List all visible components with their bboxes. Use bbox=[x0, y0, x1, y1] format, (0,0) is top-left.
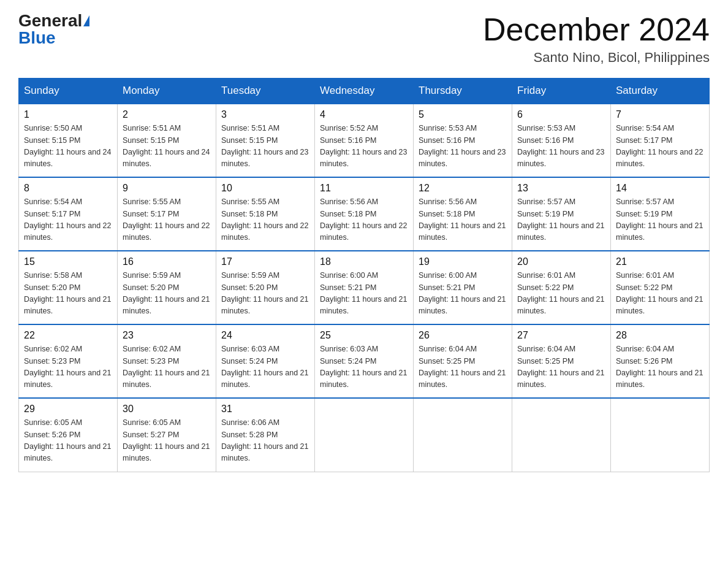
calendar-week-row: 1Sunrise: 5:50 AMSunset: 5:15 PMDaylight… bbox=[19, 104, 710, 177]
location-title: Santo Nino, Bicol, Philippines bbox=[483, 50, 710, 66]
day-number: 23 bbox=[123, 330, 211, 341]
day-number: 27 bbox=[517, 330, 605, 341]
day-number: 4 bbox=[320, 109, 408, 120]
day-info: Sunrise: 6:04 AMSunset: 5:25 PMDaylight:… bbox=[419, 343, 507, 391]
calendar-cell: 29Sunrise: 6:05 AMSunset: 5:26 PMDayligh… bbox=[19, 398, 118, 472]
calendar-cell: 6Sunrise: 5:53 AMSunset: 5:16 PMDaylight… bbox=[512, 104, 611, 177]
day-info: Sunrise: 5:51 AMSunset: 5:15 PMDaylight:… bbox=[123, 123, 211, 170]
day-info: Sunrise: 5:56 AMSunset: 5:18 PMDaylight:… bbox=[419, 196, 507, 244]
day-number: 3 bbox=[221, 109, 309, 120]
calendar-cell: 17Sunrise: 5:59 AMSunset: 5:20 PMDayligh… bbox=[216, 251, 315, 324]
calendar-cell: 5Sunrise: 5:53 AMSunset: 5:16 PMDaylight… bbox=[414, 104, 512, 177]
day-info: Sunrise: 6:03 AMSunset: 5:24 PMDaylight:… bbox=[320, 343, 408, 391]
calendar-cell: 15Sunrise: 5:58 AMSunset: 5:20 PMDayligh… bbox=[19, 251, 118, 324]
calendar-cell: 23Sunrise: 6:02 AMSunset: 5:23 PMDayligh… bbox=[118, 324, 216, 398]
calendar-week-row: 8Sunrise: 5:54 AMSunset: 5:17 PMDaylight… bbox=[19, 177, 710, 251]
day-info: Sunrise: 5:54 AMSunset: 5:17 PMDaylight:… bbox=[616, 123, 704, 170]
day-info: Sunrise: 5:59 AMSunset: 5:20 PMDaylight:… bbox=[221, 270, 309, 318]
day-info: Sunrise: 6:03 AMSunset: 5:24 PMDaylight:… bbox=[221, 343, 309, 391]
day-number: 13 bbox=[517, 183, 605, 194]
day-info: Sunrise: 5:57 AMSunset: 5:19 PMDaylight:… bbox=[616, 196, 704, 244]
weekday-header-row: SundayMondayTuesdayWednesdayThursdayFrid… bbox=[19, 79, 710, 104]
day-info: Sunrise: 5:52 AMSunset: 5:16 PMDaylight:… bbox=[320, 123, 408, 170]
calendar-cell: 13Sunrise: 5:57 AMSunset: 5:19 PMDayligh… bbox=[512, 177, 611, 251]
day-info: Sunrise: 5:59 AMSunset: 5:20 PMDaylight:… bbox=[123, 270, 211, 318]
day-number: 8 bbox=[24, 183, 112, 194]
day-number: 7 bbox=[616, 109, 704, 120]
logo: General Blue bbox=[18, 12, 89, 47]
day-number: 6 bbox=[517, 109, 605, 120]
calendar-cell bbox=[611, 398, 710, 472]
day-number: 16 bbox=[123, 256, 211, 267]
calendar-cell: 10Sunrise: 5:55 AMSunset: 5:18 PMDayligh… bbox=[216, 177, 315, 251]
day-number: 19 bbox=[419, 256, 507, 267]
day-info: Sunrise: 5:54 AMSunset: 5:17 PMDaylight:… bbox=[24, 196, 112, 244]
calendar-cell: 12Sunrise: 5:56 AMSunset: 5:18 PMDayligh… bbox=[414, 177, 512, 251]
logo-blue-text: Blue bbox=[18, 29, 56, 47]
day-info: Sunrise: 6:01 AMSunset: 5:22 PMDaylight:… bbox=[616, 270, 704, 318]
day-info: Sunrise: 5:55 AMSunset: 5:17 PMDaylight:… bbox=[123, 196, 211, 244]
day-number: 24 bbox=[221, 330, 309, 341]
day-number: 29 bbox=[24, 404, 112, 415]
calendar-cell: 21Sunrise: 6:01 AMSunset: 5:22 PMDayligh… bbox=[611, 251, 710, 324]
weekday-header-sunday: Sunday bbox=[19, 79, 118, 104]
day-number: 30 bbox=[123, 404, 211, 415]
day-number: 2 bbox=[123, 109, 211, 120]
day-number: 14 bbox=[616, 183, 704, 194]
day-number: 28 bbox=[616, 330, 704, 341]
calendar-table: SundayMondayTuesdayWednesdayThursdayFrid… bbox=[18, 78, 710, 472]
month-title: December 2024 bbox=[483, 12, 710, 47]
logo-general-text: General bbox=[18, 12, 82, 29]
calendar-cell: 8Sunrise: 5:54 AMSunset: 5:17 PMDaylight… bbox=[19, 177, 118, 251]
calendar-cell bbox=[512, 398, 611, 472]
day-number: 10 bbox=[221, 183, 309, 194]
calendar-cell: 28Sunrise: 6:04 AMSunset: 5:26 PMDayligh… bbox=[611, 324, 710, 398]
day-info: Sunrise: 5:53 AMSunset: 5:16 PMDaylight:… bbox=[517, 123, 605, 170]
day-info: Sunrise: 6:00 AMSunset: 5:21 PMDaylight:… bbox=[320, 270, 408, 318]
day-info: Sunrise: 5:56 AMSunset: 5:18 PMDaylight:… bbox=[320, 196, 408, 244]
calendar-cell bbox=[315, 398, 414, 472]
day-number: 5 bbox=[419, 109, 507, 120]
calendar-cell: 16Sunrise: 5:59 AMSunset: 5:20 PMDayligh… bbox=[118, 251, 216, 324]
weekday-header-monday: Monday bbox=[118, 79, 216, 104]
day-info: Sunrise: 6:04 AMSunset: 5:26 PMDaylight:… bbox=[616, 343, 704, 391]
calendar-cell: 19Sunrise: 6:00 AMSunset: 5:21 PMDayligh… bbox=[414, 251, 512, 324]
day-info: Sunrise: 5:53 AMSunset: 5:16 PMDaylight:… bbox=[419, 123, 507, 170]
calendar-cell: 30Sunrise: 6:05 AMSunset: 5:27 PMDayligh… bbox=[118, 398, 216, 472]
calendar-cell: 31Sunrise: 6:06 AMSunset: 5:28 PMDayligh… bbox=[216, 398, 315, 472]
day-number: 18 bbox=[320, 256, 408, 267]
page-header: General Blue December 2024 Santo Nino, B… bbox=[18, 12, 710, 66]
day-number: 22 bbox=[24, 330, 112, 341]
weekday-header-tuesday: Tuesday bbox=[216, 79, 315, 104]
day-number: 11 bbox=[320, 183, 408, 194]
calendar-cell: 18Sunrise: 6:00 AMSunset: 5:21 PMDayligh… bbox=[315, 251, 414, 324]
day-info: Sunrise: 6:06 AMSunset: 5:28 PMDaylight:… bbox=[221, 417, 309, 465]
calendar-cell: 27Sunrise: 6:04 AMSunset: 5:25 PMDayligh… bbox=[512, 324, 611, 398]
calendar-cell: 9Sunrise: 5:55 AMSunset: 5:17 PMDaylight… bbox=[118, 177, 216, 251]
calendar-cell: 11Sunrise: 5:56 AMSunset: 5:18 PMDayligh… bbox=[315, 177, 414, 251]
day-number: 25 bbox=[320, 330, 408, 341]
calendar-week-row: 22Sunrise: 6:02 AMSunset: 5:23 PMDayligh… bbox=[19, 324, 710, 398]
day-info: Sunrise: 6:05 AMSunset: 5:26 PMDaylight:… bbox=[24, 417, 112, 465]
calendar-week-row: 29Sunrise: 6:05 AMSunset: 5:26 PMDayligh… bbox=[19, 398, 710, 472]
day-info: Sunrise: 5:57 AMSunset: 5:19 PMDaylight:… bbox=[517, 196, 605, 244]
day-info: Sunrise: 5:55 AMSunset: 5:18 PMDaylight:… bbox=[221, 196, 309, 244]
title-section: December 2024 Santo Nino, Bicol, Philipp… bbox=[483, 12, 710, 66]
day-number: 20 bbox=[517, 256, 605, 267]
day-info: Sunrise: 6:04 AMSunset: 5:25 PMDaylight:… bbox=[517, 343, 605, 391]
calendar-cell: 3Sunrise: 5:51 AMSunset: 5:15 PMDaylight… bbox=[216, 104, 315, 177]
calendar-cell: 22Sunrise: 6:02 AMSunset: 5:23 PMDayligh… bbox=[19, 324, 118, 398]
calendar-cell: 4Sunrise: 5:52 AMSunset: 5:16 PMDaylight… bbox=[315, 104, 414, 177]
day-info: Sunrise: 5:58 AMSunset: 5:20 PMDaylight:… bbox=[24, 270, 112, 318]
day-number: 21 bbox=[616, 256, 704, 267]
calendar-cell: 24Sunrise: 6:03 AMSunset: 5:24 PMDayligh… bbox=[216, 324, 315, 398]
day-number: 26 bbox=[419, 330, 507, 341]
weekday-header-thursday: Thursday bbox=[414, 79, 512, 104]
calendar-cell: 7Sunrise: 5:54 AMSunset: 5:17 PMDaylight… bbox=[611, 104, 710, 177]
calendar-cell: 25Sunrise: 6:03 AMSunset: 5:24 PMDayligh… bbox=[315, 324, 414, 398]
day-info: Sunrise: 6:01 AMSunset: 5:22 PMDaylight:… bbox=[517, 270, 605, 318]
day-info: Sunrise: 5:51 AMSunset: 5:15 PMDaylight:… bbox=[221, 123, 309, 170]
day-number: 15 bbox=[24, 256, 112, 267]
calendar-cell: 26Sunrise: 6:04 AMSunset: 5:25 PMDayligh… bbox=[414, 324, 512, 398]
day-number: 17 bbox=[221, 256, 309, 267]
